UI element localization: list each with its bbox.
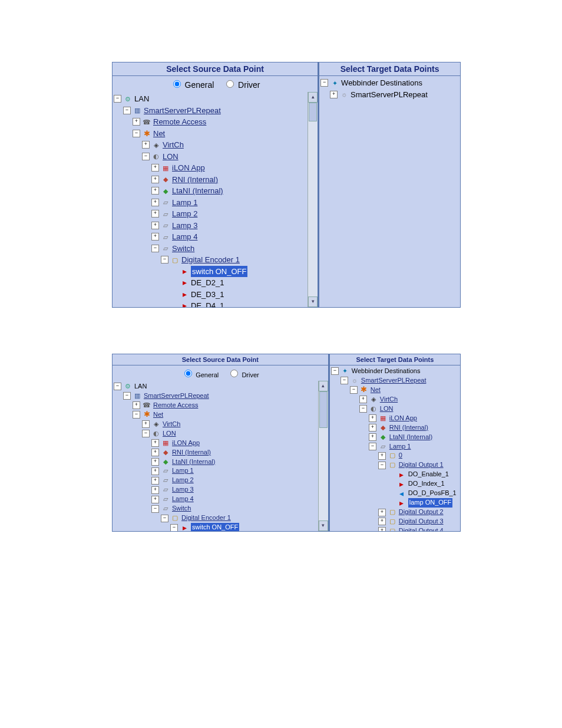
expand-icon[interactable]: + bbox=[151, 210, 159, 218]
expand-icon[interactable]: + bbox=[151, 222, 159, 229]
expand-icon[interactable]: − bbox=[350, 386, 358, 394]
expand-icon[interactable]: + bbox=[142, 141, 150, 149]
scrollbar[interactable]: ▴ ▾ bbox=[318, 381, 328, 531]
expand-icon[interactable]: + bbox=[378, 518, 386, 525]
expand-icon[interactable]: + bbox=[369, 424, 376, 431]
node-lon[interactable]: −LON bbox=[359, 404, 459, 414]
node-rni[interactable]: +RNI (Internal) bbox=[151, 448, 327, 457]
node-do3[interactable]: +Digital Output 3 bbox=[378, 517, 459, 526]
node-lamp4[interactable]: +Lamp 4 bbox=[151, 495, 327, 504]
radio-general-input[interactable] bbox=[173, 80, 181, 88]
radio-driver-input[interactable] bbox=[230, 370, 238, 377]
expand-icon[interactable]: − bbox=[331, 367, 339, 375]
expand-icon[interactable]: + bbox=[378, 452, 386, 460]
expand-icon[interactable]: + bbox=[151, 458, 159, 466]
node-lan[interactable]: −LAN bbox=[114, 93, 316, 105]
node-virtch[interactable]: +VirtCh bbox=[359, 395, 459, 404]
node-switch[interactable]: −Switch bbox=[151, 504, 327, 513]
node-switch-onoff[interactable]: switch ON_OFF bbox=[170, 266, 316, 278]
expand-icon[interactable]: − bbox=[151, 245, 159, 252]
radio-driver-input[interactable] bbox=[226, 80, 234, 88]
node-lampon[interactable]: lamp ON_OFF bbox=[388, 498, 459, 508]
expand-icon[interactable]: + bbox=[151, 496, 159, 503]
expand-icon[interactable]: − bbox=[151, 505, 159, 513]
node-do2[interactable]: +Digital Output 2 bbox=[378, 508, 459, 517]
node-remote[interactable]: +Remote Access bbox=[133, 401, 327, 410]
radio-general[interactable]: General bbox=[170, 80, 214, 90]
node-switch[interactable]: −Switch bbox=[151, 243, 316, 255]
node-lon[interactable]: −LON bbox=[142, 429, 327, 439]
node-net[interactable]: −Net bbox=[350, 386, 459, 395]
node-server[interactable]: −SmartServerPLRepeat bbox=[123, 105, 316, 117]
expand-icon[interactable]: − bbox=[142, 153, 150, 160]
node-lta[interactable]: +LtaNI (Internal) bbox=[151, 457, 327, 467]
node-virtch[interactable]: +VirtCh bbox=[142, 139, 316, 151]
node-d4[interactable]: DE_D4_1 bbox=[170, 300, 316, 307]
node-d2[interactable]: DE_D2_1 bbox=[170, 277, 316, 289]
expand-icon[interactable]: − bbox=[359, 405, 367, 413]
node-remote[interactable]: +Remote Access bbox=[133, 116, 316, 128]
scroll-up-button[interactable]: ▴ bbox=[308, 92, 318, 103]
node-lamp3[interactable]: +Lamp 3 bbox=[151, 220, 316, 232]
expand-icon[interactable]: + bbox=[151, 233, 159, 241]
expand-icon[interactable]: − bbox=[142, 430, 150, 437]
expand-icon[interactable]: + bbox=[133, 118, 140, 126]
expand-icon[interactable]: + bbox=[151, 176, 159, 183]
expand-icon[interactable]: − bbox=[114, 95, 121, 103]
node-webbinder[interactable]: −Webbinder Destinations bbox=[331, 367, 459, 376]
node-lamp3[interactable]: +Lamp 3 bbox=[151, 485, 327, 495]
node-dopos[interactable]: DO_D_PosFB_1 bbox=[388, 489, 459, 498]
scrollbar[interactable]: ▴ ▾ bbox=[308, 92, 318, 307]
expand-icon[interactable]: + bbox=[369, 414, 376, 422]
node-rni[interactable]: +RNI (Internal) bbox=[151, 174, 316, 186]
node-lamp1[interactable]: −Lamp 1 bbox=[369, 442, 459, 452]
node-virtch[interactable]: +VirtCh bbox=[142, 420, 327, 429]
node-lta[interactable]: +LtaNI (Internal) bbox=[369, 433, 459, 442]
expand-icon[interactable]: + bbox=[378, 509, 386, 516]
node-server[interactable]: −SmartServerPLRepeat bbox=[123, 391, 327, 401]
scroll-thumb[interactable] bbox=[309, 103, 317, 121]
expand-icon[interactable]: − bbox=[161, 256, 168, 263]
node-lan[interactable]: −LAN bbox=[114, 382, 327, 391]
node-lamp1[interactable]: +Lamp 1 bbox=[151, 466, 327, 476]
node-doen[interactable]: DO_Enable_1 bbox=[388, 470, 459, 479]
expand-icon[interactable]: + bbox=[330, 91, 338, 98]
expand-icon[interactable]: − bbox=[320, 79, 328, 87]
node-ilon[interactable]: +iLON App bbox=[151, 162, 316, 174]
expand-icon[interactable]: + bbox=[151, 467, 159, 475]
expand-icon[interactable]: + bbox=[369, 433, 376, 441]
expand-icon[interactable]: + bbox=[133, 401, 140, 409]
expand-icon[interactable]: + bbox=[151, 486, 159, 494]
expand-icon[interactable]: − bbox=[133, 130, 140, 137]
expand-icon[interactable]: + bbox=[378, 527, 386, 531]
expand-icon[interactable]: − bbox=[170, 524, 178, 531]
node-lamp2[interactable]: +Lamp 2 bbox=[151, 476, 327, 485]
expand-icon[interactable]: + bbox=[359, 396, 367, 403]
radio-general-input[interactable] bbox=[184, 370, 192, 377]
radio-driver[interactable]: Driver bbox=[227, 371, 259, 378]
node-zero[interactable]: +0 bbox=[378, 451, 459, 460]
node-lamp4[interactable]: +Lamp 4 bbox=[151, 231, 316, 243]
node-rni[interactable]: +RNI (Internal) bbox=[369, 423, 459, 433]
scroll-up-button[interactable]: ▴ bbox=[319, 381, 328, 391]
scroll-down-button[interactable]: ▾ bbox=[319, 521, 328, 531]
expand-icon[interactable]: + bbox=[151, 164, 159, 172]
expand-icon[interactable]: + bbox=[151, 449, 159, 456]
node-net[interactable]: −Net bbox=[133, 128, 316, 140]
node-server[interactable]: +SmartServerPLRepeat bbox=[330, 89, 459, 101]
node-lamp2[interactable]: +Lamp 2 bbox=[151, 208, 316, 220]
expand-icon[interactable]: − bbox=[378, 462, 386, 469]
node-lamp1[interactable]: +Lamp 1 bbox=[151, 197, 316, 209]
expand-icon[interactable]: + bbox=[142, 420, 150, 428]
node-lta[interactable]: +LtaNI (Internal) bbox=[151, 185, 316, 197]
node-net[interactable]: −Net bbox=[133, 410, 327, 420]
node-doidx[interactable]: DO_Index_1 bbox=[388, 479, 459, 489]
node-de1[interactable]: −Digital Encoder 1 bbox=[161, 254, 316, 266]
node-do1[interactable]: −Digital Output 1 bbox=[378, 460, 459, 470]
node-server[interactable]: −SmartServerPLRepeat bbox=[340, 376, 459, 386]
node-do4[interactable]: +Digital Output 4 bbox=[378, 526, 459, 531]
expand-icon[interactable]: + bbox=[151, 477, 159, 485]
scroll-down-button[interactable]: ▾ bbox=[308, 297, 318, 307]
node-ilon[interactable]: +iLON App bbox=[151, 439, 327, 448]
radio-driver[interactable]: Driver bbox=[223, 80, 260, 90]
